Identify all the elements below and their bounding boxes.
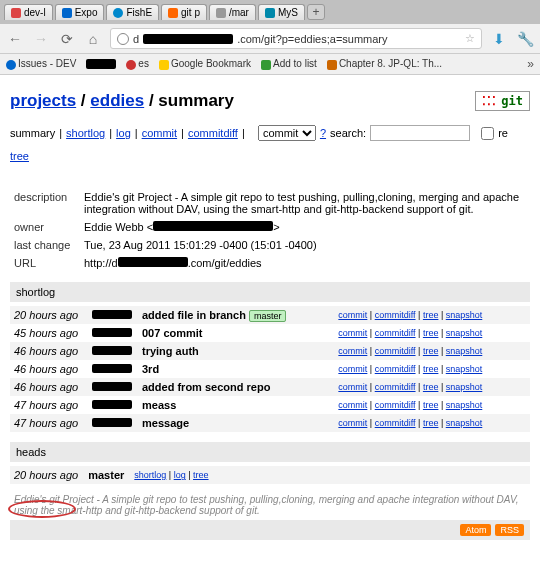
value-owner: Eddie Webb <> <box>80 218 530 236</box>
action-commit[interactable]: commit <box>338 346 367 356</box>
action-snapshot[interactable]: snapshot <box>446 346 483 356</box>
action-snapshot[interactable]: snapshot <box>446 364 483 374</box>
address-bar[interactable]: d.com/git?p=eddies;a=summary ☆ <box>110 28 482 49</box>
bookmark-chapter[interactable]: Chapter 8. JP-QL: Th... <box>327 58 442 69</box>
head-log-link[interactable]: log <box>174 470 186 480</box>
new-tab-button[interactable]: + <box>307 4 325 20</box>
regex-checkbox[interactable] <box>481 127 494 140</box>
label-description: description <box>10 188 80 218</box>
commit-author <box>88 324 138 342</box>
bookmark-addlist[interactable]: Add to list <box>261 58 317 69</box>
action-commitdiff[interactable]: commitdiff <box>375 418 416 428</box>
commit-actions: commit | commitdiff | tree | snapshot <box>334 396 530 414</box>
search-input[interactable] <box>370 125 470 141</box>
shortlog-row: 20 hours agoadded file in branch masterc… <box>10 306 530 324</box>
action-commit[interactable]: commit <box>338 382 367 392</box>
commit-author <box>88 360 138 378</box>
action-snapshot[interactable]: snapshot <box>446 328 483 338</box>
action-commit[interactable]: commit <box>338 364 367 374</box>
head-tree-link[interactable]: tree <box>193 470 209 480</box>
commit-message[interactable]: 007 commit <box>138 324 334 342</box>
action-commitdiff[interactable]: commitdiff <box>375 382 416 392</box>
action-tree[interactable]: tree <box>423 400 439 410</box>
action-tree[interactable]: tree <box>423 364 439 374</box>
action-commitdiff[interactable]: commitdiff <box>375 328 416 338</box>
action-tree[interactable]: tree <box>423 382 439 392</box>
shortlog-row: 45 hours ago007 commitcommit | commitdif… <box>10 324 530 342</box>
action-commit[interactable]: commit <box>338 400 367 410</box>
commit-age: 47 hours ago <box>10 396 88 414</box>
tab-favicon <box>62 8 72 18</box>
section-heads: heads <box>10 442 530 462</box>
commit-message[interactable]: 3rd <box>138 360 334 378</box>
bookmark-google[interactable]: Google Bookmark <box>159 58 251 69</box>
commit-message[interactable]: added from second repo <box>138 378 334 396</box>
action-tree[interactable]: tree <box>423 310 439 320</box>
rss-feed[interactable]: RSS <box>495 524 524 536</box>
atom-feed[interactable]: Atom <box>460 524 491 536</box>
search-type-select[interactable]: commit <box>258 125 316 141</box>
browser-tab[interactable]: git p <box>161 4 207 20</box>
nav-links: summary | shortlog | log | commit | comm… <box>10 125 530 147</box>
commit-message[interactable]: trying auth <box>138 342 334 360</box>
action-commitdiff[interactable]: commitdiff <box>375 400 416 410</box>
commit-message[interactable]: added file in branch master <box>138 306 334 324</box>
shortlog-row: 47 hours agomessagecommit | commitdiff |… <box>10 414 530 432</box>
nav-commitdiff[interactable]: commitdiff <box>188 127 238 139</box>
forward-button[interactable]: → <box>32 30 50 48</box>
back-button[interactable]: ← <box>6 30 24 48</box>
action-tree[interactable]: tree <box>423 418 439 428</box>
commit-author <box>88 378 138 396</box>
tab-favicon <box>265 8 275 18</box>
commit-author <box>88 396 138 414</box>
browser-tab[interactable]: Expo <box>55 4 105 20</box>
action-commitdiff[interactable]: commitdiff <box>375 346 416 356</box>
tab-favicon <box>11 8 21 18</box>
help-link[interactable]: ? <box>320 127 326 139</box>
bookmark-overflow[interactable]: » <box>527 57 534 71</box>
ref-tag-master[interactable]: master <box>249 310 287 322</box>
nav-log[interactable]: log <box>116 127 131 139</box>
wrench-icon[interactable]: 🔧 <box>516 30 534 48</box>
browser-tab[interactable]: /mar <box>209 4 256 20</box>
commit-message[interactable]: message <box>138 414 334 432</box>
action-snapshot[interactable]: snapshot <box>446 400 483 410</box>
action-commit[interactable]: commit <box>338 310 367 320</box>
download-icon[interactable]: ⬇ <box>490 30 508 48</box>
browser-tab[interactable]: MyS <box>258 4 305 20</box>
bookmark-bar: Issues - DEV es Google Bookmark Add to l… <box>0 54 540 75</box>
home-button[interactable]: ⌂ <box>84 30 102 48</box>
action-snapshot[interactable]: snapshot <box>446 418 483 428</box>
bookmark-issues[interactable]: Issues - DEV <box>6 58 76 69</box>
action-commit[interactable]: commit <box>338 328 367 338</box>
nav-commit[interactable]: commit <box>142 127 177 139</box>
action-snapshot[interactable]: snapshot <box>446 382 483 392</box>
action-commit[interactable]: commit <box>338 418 367 428</box>
reload-button[interactable]: ⟳ <box>58 30 76 48</box>
star-icon[interactable]: ☆ <box>465 32 475 45</box>
action-snapshot[interactable]: snapshot <box>446 310 483 320</box>
commit-actions: commit | commitdiff | tree | snapshot <box>334 360 530 378</box>
git-logo[interactable]: ⁚⁚⁚git <box>475 91 530 111</box>
breadcrumb-projects[interactable]: projects <box>10 91 76 110</box>
browser-toolbar: ← → ⟳ ⌂ d.com/git?p=eddies;a=summary ☆ ⬇… <box>0 24 540 54</box>
bookmark-es[interactable]: es <box>126 58 149 69</box>
browser-tab[interactable]: dev-l <box>4 4 53 20</box>
browser-tab[interactable]: FishE <box>106 4 159 20</box>
action-tree[interactable]: tree <box>423 346 439 356</box>
commit-actions: commit | commitdiff | tree | snapshot <box>334 324 530 342</box>
commit-actions: commit | commitdiff | tree | snapshot <box>334 378 530 396</box>
heads-row: 20 hours ago master shortlog | log | tre… <box>10 466 530 484</box>
head-shortlog-link[interactable]: shortlog <box>134 470 166 480</box>
action-commitdiff[interactable]: commitdiff <box>375 310 416 320</box>
section-shortlog: shortlog <box>10 282 530 302</box>
action-commitdiff[interactable]: commitdiff <box>375 364 416 374</box>
tab-favicon <box>216 8 226 18</box>
action-tree[interactable]: tree <box>423 328 439 338</box>
commit-message[interactable]: meass <box>138 396 334 414</box>
footer-bar: Atom RSS <box>10 520 530 540</box>
head-name[interactable]: master <box>88 469 124 481</box>
nav-shortlog[interactable]: shortlog <box>66 127 105 139</box>
nav-tree[interactable]: tree <box>10 150 29 162</box>
breadcrumb-repo[interactable]: eddies <box>90 91 144 110</box>
